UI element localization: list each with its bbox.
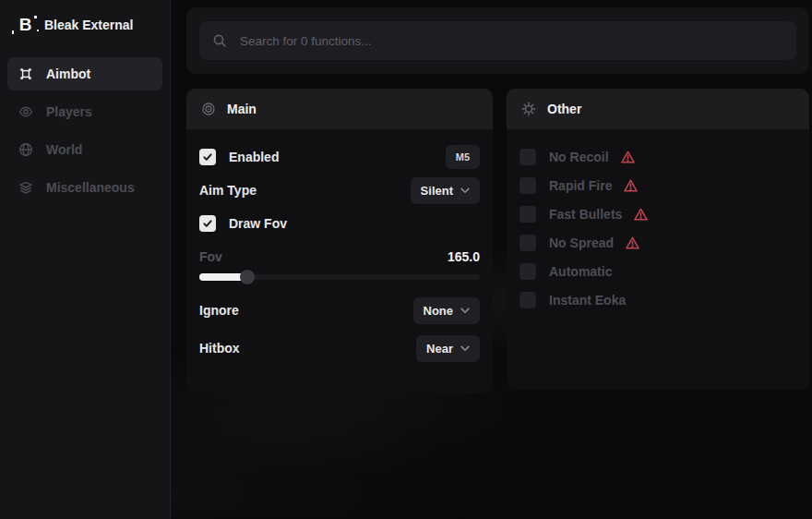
enabled-label: Enabled (229, 150, 279, 164)
sidebar-item-miscellaneous[interactable]: Miscellaneous (7, 171, 162, 204)
main-content: Main Enabled M5 Aim Type (172, 0, 812, 519)
warning-icon (625, 235, 640, 251)
hitbox-dropdown[interactable]: Near (416, 335, 480, 362)
brand-logo-icon: B (15, 15, 35, 35)
checkbox[interactable] (519, 263, 536, 280)
sidebar-item-label: Miscellaneous (46, 180, 135, 195)
hitbox-value: Near (426, 342, 453, 356)
aim-type-value: Silent (421, 184, 453, 198)
aim-type-dropdown[interactable]: Silent (411, 177, 480, 204)
other-row-label: Rapid Fire (549, 178, 612, 193)
ignore-value: None (424, 304, 454, 318)
panel-main-header: Main (186, 89, 493, 129)
checkbox[interactable] (519, 292, 536, 308)
fov-slider-thumb[interactable] (240, 270, 255, 284)
checkbox[interactable] (519, 235, 536, 251)
chevron-down-icon (460, 345, 470, 352)
sidebar-item-label: Aimbot (46, 66, 90, 81)
eye-icon (18, 104, 33, 119)
warning-icon (633, 207, 649, 223)
keybind-button[interactable]: M5 (446, 145, 480, 169)
ignore-dropdown[interactable]: None (413, 297, 481, 324)
draw-fov-checkbox[interactable] (199, 215, 216, 232)
fov-value: 165.0 (448, 249, 480, 264)
other-row: Rapid Fire (519, 175, 796, 197)
enabled-row: Enabled M5 (199, 144, 480, 170)
aim-type-row: Aim Type Silent (199, 177, 480, 203)
sidebar-nav: Aimbot Players (7, 57, 162, 204)
enabled-checkbox[interactable] (199, 149, 216, 165)
panel-title: Other (547, 102, 581, 116)
gear-icon (521, 102, 536, 116)
search-icon (212, 33, 227, 48)
panel-main: Main Enabled M5 Aim Type (186, 89, 493, 393)
search-field[interactable] (199, 21, 796, 60)
other-row: Fast Bullets (519, 203, 796, 225)
other-row-label: Instant Eoka (549, 293, 626, 308)
checkbox[interactable] (519, 206, 536, 223)
hitbox-label: Hitbox (199, 341, 240, 356)
hitbox-row: Hitbox Near (199, 335, 480, 361)
fov-slider[interactable] (199, 270, 480, 284)
sidebar-item-label: World (46, 142, 82, 157)
warning-icon (620, 150, 636, 165)
other-row: No Spread (519, 232, 796, 254)
sidebar-item-world[interactable]: World (7, 133, 162, 166)
sidebar-item-aimbot[interactable]: Aimbot (7, 57, 162, 91)
fov-row: Fov 165.0 (199, 247, 480, 266)
chevron-down-icon (460, 308, 470, 314)
brand: B Bleak External (7, 11, 162, 50)
layers-icon (18, 180, 33, 195)
other-rows: No RecoilRapid FireFast BulletsNo Spread… (507, 129, 809, 320)
warning-icon (623, 178, 639, 194)
other-row: Instant Eoka (519, 289, 796, 311)
panel-main-body: Enabled M5 Aim Type Silent (186, 129, 493, 370)
fov-label: Fov (199, 249, 222, 264)
panels-row: Main Enabled M5 Aim Type (186, 89, 809, 393)
draw-fov-label: Draw Fov (229, 216, 287, 231)
chevron-down-icon (460, 187, 470, 194)
checkbox[interactable] (519, 177, 536, 194)
brand-title: Bleak External (44, 18, 134, 32)
panel-other: Other No RecoilRapid FireFast BulletsNo … (507, 89, 809, 390)
sidebar-item-label: Players (46, 104, 92, 119)
other-row-label: Automatic (549, 264, 612, 279)
search-input[interactable] (238, 33, 783, 49)
other-row: No Recoil (519, 146, 796, 168)
panel-other-header: Other (507, 89, 809, 129)
crosshair-icon (18, 66, 33, 81)
target-icon (201, 102, 216, 116)
sidebar-item-players[interactable]: Players (7, 95, 162, 128)
app-window: B Bleak External Aimbot (0, 0, 812, 519)
ignore-row: Ignore None (199, 297, 480, 323)
other-row-label: Fast Bullets (549, 207, 622, 222)
panel-title: Main (227, 102, 257, 116)
globe-icon (18, 142, 33, 157)
draw-fov-row: Draw Fov (199, 211, 480, 236)
search-container (186, 7, 809, 74)
other-row-label: No Recoil (549, 150, 609, 164)
aim-type-label: Aim Type (199, 183, 257, 198)
other-row-label: No Spread (549, 235, 614, 250)
sidebar: B Bleak External Aimbot (0, 0, 171, 519)
other-row: Automatic (519, 260, 796, 283)
checkbox[interactable] (519, 149, 536, 165)
ignore-label: Ignore (199, 303, 239, 318)
